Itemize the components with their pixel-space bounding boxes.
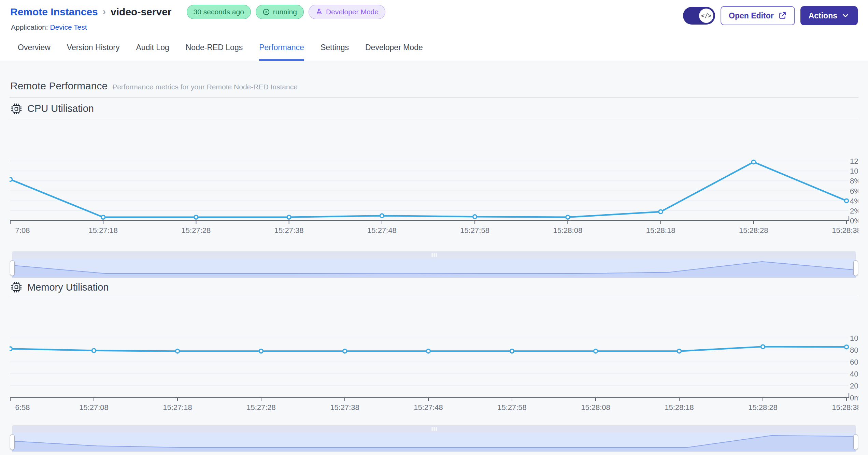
tab-audit-log[interactable]: Audit Log: [136, 43, 169, 61]
developer-mode-label: Developer Mode: [326, 8, 379, 16]
play-circle-icon: [262, 8, 270, 16]
x-tick-label: 6:58: [15, 403, 30, 412]
actions-label: Actions: [809, 11, 837, 20]
x-tick-label: 15:27:18: [163, 403, 192, 412]
status-label: running: [273, 8, 297, 16]
cpu-brush-handle-right[interactable]: [853, 260, 858, 276]
mini-area: [12, 436, 856, 452]
memory-brush-track[interactable]: [12, 425, 856, 433]
data-point-marker: [101, 215, 105, 219]
developer-mode-toggle[interactable]: </>: [683, 7, 715, 25]
y-tick-label: 60mb: [850, 358, 858, 366]
page-title: Remote Performance: [10, 80, 108, 92]
y-tick-label: 12%: [850, 157, 858, 165]
y-tick-label: 20mb: [850, 382, 858, 390]
page-subtitle: Performance metrics for your Remote Node…: [112, 83, 298, 91]
data-point-marker: [659, 210, 663, 214]
status-badge: running: [256, 5, 304, 19]
data-point-marker: [678, 349, 681, 353]
performance-panel: Remote Performance Performance metrics f…: [0, 61, 868, 455]
x-tick-label: 15:27:28: [246, 403, 276, 412]
x-tick-label: 15:27:08: [79, 403, 109, 412]
code-icon: </>: [699, 9, 713, 23]
tab-performance[interactable]: Performance: [259, 43, 304, 61]
open-editor-button[interactable]: Open Editor: [721, 6, 795, 25]
tab-overview[interactable]: Overview: [18, 43, 51, 61]
data-point-marker: [566, 215, 570, 219]
memory-section-title: Memory Utilisation: [27, 282, 109, 293]
mini-area: [12, 262, 856, 278]
data-point-marker: [845, 199, 849, 203]
application-label: Application:: [11, 23, 48, 31]
data-point-marker: [343, 349, 347, 353]
y-tick-label: 80mb: [850, 346, 858, 354]
x-tick-label: 15:28:28: [739, 226, 768, 235]
y-tick-label: 4%: [850, 197, 858, 205]
breadcrumb-instance-name: video-server: [111, 6, 171, 18]
cpu-section-title: CPU Utilisation: [27, 103, 94, 114]
cpu-chip-icon: [11, 103, 22, 114]
memory-section-header: Memory Utilisation: [10, 278, 858, 297]
chevron-down-icon: [841, 12, 850, 20]
application-link[interactable]: Device Test: [50, 23, 87, 31]
flask-icon: [315, 8, 323, 16]
breadcrumb-remote-instances[interactable]: Remote Instances: [10, 6, 98, 18]
x-tick-label: 15:28:08: [553, 226, 583, 235]
series-line: [10, 162, 846, 217]
y-tick-label: 10%: [850, 167, 858, 175]
external-link-icon: [778, 11, 787, 20]
y-tick-label: 100mb: [850, 334, 858, 342]
data-point-marker: [594, 349, 598, 353]
last-seen-badge: 30 seconds ago: [187, 5, 251, 19]
instance-header: Remote Instances › video-server 30 secon…: [0, 0, 868, 34]
data-point-marker: [845, 345, 849, 349]
data-point-marker: [10, 177, 12, 181]
tab-version-history[interactable]: Version History: [67, 43, 120, 61]
instance-tabs: Overview Version History Audit Log Node-…: [0, 34, 868, 61]
data-point-marker: [752, 160, 755, 164]
open-editor-label: Open Editor: [729, 11, 774, 20]
memory-chip-icon: [11, 282, 22, 293]
cpu-brush-minichart: [12, 259, 856, 278]
y-tick-label: 40mb: [850, 370, 858, 378]
x-tick-label: 15:27:48: [414, 403, 443, 412]
memory-brush-handle-left[interactable]: [10, 434, 15, 450]
cpu-brush-track[interactable]: [12, 251, 856, 259]
cpu-range-brush: [12, 251, 856, 278]
memory-chart[interactable]: 0mb20mb40mb60mb80mb100mb6:5815:27:0815:2…: [10, 297, 858, 415]
x-tick-label: 15:27:58: [497, 403, 527, 412]
cpu-section-header: CPU Utilisation: [10, 97, 858, 120]
x-tick-label: 15:27:48: [367, 226, 397, 235]
data-point-marker: [287, 215, 291, 219]
y-tick-label: 8%: [850, 177, 858, 185]
x-tick-label: 15:27:28: [182, 226, 211, 235]
y-tick-label: 2%: [850, 207, 858, 215]
data-point-marker: [380, 214, 384, 218]
actions-button[interactable]: Actions: [800, 6, 858, 25]
data-point-marker: [10, 347, 12, 351]
breadcrumb-separator: ›: [103, 6, 106, 17]
x-tick-label: 15:28:18: [646, 226, 675, 235]
tab-settings[interactable]: Settings: [321, 43, 349, 61]
data-point-marker: [473, 215, 477, 219]
data-point-marker: [92, 349, 96, 352]
data-point-marker: [176, 349, 180, 353]
memory-brush-grip-icon[interactable]: [431, 427, 437, 431]
memory-range-brush: [12, 425, 856, 452]
tab-developer-mode[interactable]: Developer Mode: [365, 43, 423, 61]
tab-node-red-logs[interactable]: Node-RED Logs: [186, 43, 243, 61]
y-tick-label: 0mb: [850, 394, 858, 402]
cpu-chart[interactable]: 0%2%4%6%8%10%12%7:0815:27:1815:27:2815:2…: [10, 120, 858, 238]
memory-brush-handle-right[interactable]: [853, 434, 858, 450]
breadcrumb: Remote Instances › video-server 30 secon…: [10, 5, 385, 19]
memory-brush-minichart: [12, 433, 856, 452]
x-tick-label: 15:28:38: [832, 226, 858, 235]
cpu-brush-grip-icon[interactable]: [431, 253, 437, 257]
cpu-brush-handle-left[interactable]: [10, 260, 15, 276]
y-tick-label: 6%: [850, 187, 858, 195]
x-tick-label: 15:28:38: [832, 403, 858, 412]
x-tick-label: 15:28:08: [581, 403, 610, 412]
data-point-marker: [510, 349, 514, 353]
data-point-marker: [194, 215, 198, 219]
developer-mode-badge: Developer Mode: [309, 5, 385, 19]
